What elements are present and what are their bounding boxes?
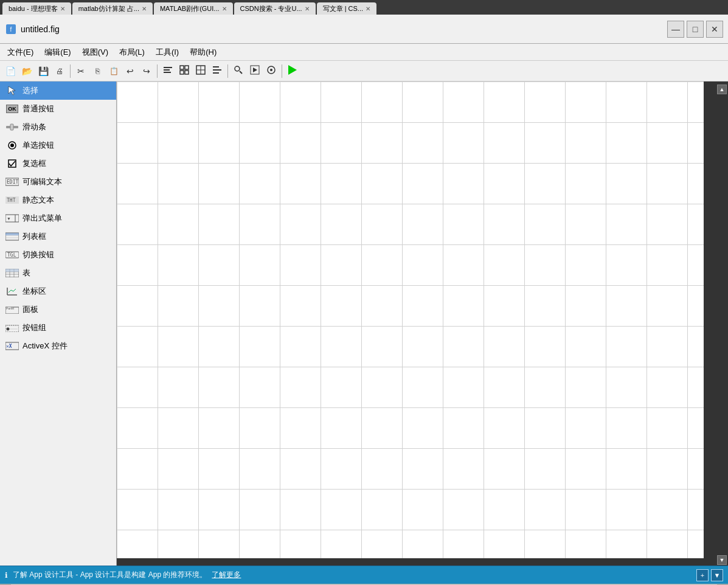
- toolbar-snap-button[interactable]: [193, 63, 209, 79]
- info-expand-button[interactable]: +: [696, 569, 709, 581]
- info-icon: ℹ: [5, 571, 8, 580]
- axes-icon: [5, 286, 19, 297]
- toolbar-redo-button[interactable]: ↪: [139, 63, 154, 79]
- info-bar: ℹ 了解 App 设计工具 - App 设计工具是构建 App 的推荐环境。 了…: [0, 566, 728, 584]
- svg-text:▼: ▼: [7, 216, 11, 221]
- scroll-up-button[interactable]: ▲: [717, 85, 727, 94]
- run-icon: [286, 64, 299, 78]
- comp-label-panel: 面板: [23, 304, 38, 315]
- toolbar-copy-button[interactable]: ⎘: [89, 63, 105, 79]
- redo-icon: ↪: [143, 66, 150, 76]
- toolbar-grid-button[interactable]: [176, 63, 192, 79]
- save-icon: 💾: [38, 66, 49, 76]
- print-icon: 🖨: [56, 67, 63, 75]
- maximize-button[interactable]: □: [687, 21, 704, 38]
- menu-view[interactable]: 视图(V): [77, 46, 113, 59]
- browser-tab-4[interactable]: 写文章 | CS... ✕: [317, 2, 376, 15]
- comp-item-radiobutton[interactable]: 单选按钮: [0, 136, 116, 154]
- comp-item-axes[interactable]: 坐标区: [0, 282, 116, 300]
- cursor-icon: [5, 85, 19, 96]
- comp-label-slider: 滑动条: [23, 122, 46, 133]
- ok-icon: OK: [5, 103, 19, 114]
- comp-label-select: 选择: [23, 85, 38, 96]
- table-icon: [5, 268, 19, 279]
- svg-point-54: [7, 328, 9, 330]
- statictext-icon: THT: [5, 195, 19, 206]
- comp-item-pushbutton[interactable]: OK 普通按钮: [0, 100, 116, 118]
- open-icon: 📂: [22, 66, 32, 76]
- right-scrollbar[interactable]: ▲ ▼: [716, 81, 728, 566]
- comp-item-statictext[interactable]: THT 静态文本: [0, 191, 116, 209]
- comp-item-table[interactable]: 表: [0, 264, 116, 282]
- canvas-scroll-area: ▲ ▼: [117, 81, 728, 566]
- menu-help[interactable]: 帮助(H): [185, 46, 221, 59]
- browser-tab-2[interactable]: MATLAB剧作(GUI... ✕: [154, 2, 233, 15]
- listbox-icon: [5, 231, 19, 242]
- toolbar-simulate2-button[interactable]: [263, 63, 279, 79]
- comp-label-edittext: 可编辑文本: [23, 176, 62, 187]
- toolbar-paste-button[interactable]: 📋: [106, 63, 122, 79]
- menu-tools[interactable]: 工具(I): [151, 46, 184, 59]
- browser-tab-close-3[interactable]: ✕: [305, 5, 310, 12]
- edittext-icon: EDIT: [5, 176, 19, 187]
- toolbar-save-button[interactable]: 💾: [35, 63, 51, 79]
- close-button[interactable]: ✕: [706, 21, 723, 38]
- minimize-button[interactable]: —: [667, 21, 684, 38]
- menu-file[interactable]: 文件(E): [2, 46, 38, 59]
- info-link[interactable]: 了解更多: [212, 570, 241, 580]
- toolbar-open-button[interactable]: 📂: [19, 63, 35, 79]
- info-collapse-button[interactable]: ▼: [711, 569, 723, 581]
- toolbar-sep-3: [227, 64, 228, 78]
- comp-item-select[interactable]: 选择: [0, 81, 116, 100]
- toolbar-run-button[interactable]: [285, 63, 300, 79]
- comp-item-edittext[interactable]: EDIT 可编辑文本: [0, 173, 116, 191]
- browser-tab-close-1[interactable]: ✕: [142, 5, 147, 12]
- togglebutton-icon: TGL: [5, 249, 19, 260]
- browser-tab-close-0[interactable]: ✕: [60, 5, 65, 12]
- toolbar-cut-button[interactable]: ✂: [73, 63, 89, 79]
- snap-icon: [196, 65, 206, 77]
- menu-edit[interactable]: 编辑(E): [40, 46, 75, 59]
- toolbar-simulate1-button[interactable]: [247, 63, 263, 79]
- menu-layout[interactable]: 布局(L): [114, 46, 150, 59]
- align-icon: [163, 65, 173, 77]
- browser-tab-1[interactable]: matlab仿计算架 占... ✕: [72, 2, 153, 15]
- canvas-area[interactable]: [117, 81, 716, 566]
- comp-item-buttongroup[interactable]: 按钮组: [0, 319, 116, 337]
- comp-label-axes: 坐标区: [23, 286, 46, 297]
- svg-text:EDIT: EDIT: [7, 179, 18, 185]
- info-text: 了解 App 设计工具 - App 设计工具是构建 App 的推荐环境。: [13, 570, 207, 580]
- browser-tab-close-4[interactable]: ✕: [366, 5, 370, 12]
- cut-icon: ✂: [77, 66, 85, 76]
- svg-rect-12: [213, 66, 219, 68]
- toolbar-new-button[interactable]: 📄: [2, 63, 18, 79]
- svg-rect-24: [10, 124, 13, 130]
- svg-rect-5: [180, 66, 184, 69]
- toolbar-align-button[interactable]: [160, 63, 176, 79]
- comp-item-activex[interactable]: ✕X ActiveX 控件: [0, 337, 116, 355]
- svg-text:Panel: Panel: [6, 306, 14, 310]
- toolbar: 📄 📂 💾 🖨 ✂ ⎘ 📋 ↩ ↪: [0, 61, 728, 81]
- toolbar-properties-button[interactable]: [209, 63, 225, 79]
- canvas-grid: [117, 81, 716, 566]
- toolbar-inspect-button[interactable]: [231, 63, 246, 79]
- comp-item-popupmenu[interactable]: ▼ 弹出式菜单: [0, 209, 116, 227]
- comp-item-togglebutton[interactable]: TGL 切换按钮: [0, 246, 116, 264]
- browser-tab-close-2[interactable]: ✕: [222, 5, 227, 12]
- checkbox-icon: [5, 158, 19, 169]
- comp-item-checkbox[interactable]: 复选框: [0, 154, 116, 173]
- svg-rect-2: [164, 67, 172, 68]
- comp-item-panel[interactable]: Panel 面板: [0, 300, 116, 319]
- comp-item-slider[interactable]: 滑动条: [0, 118, 116, 136]
- toolbar-print-button[interactable]: 🖨: [52, 63, 68, 79]
- browser-tabs-bar: baidu - 理想理客 ✕ matlab仿计算架 占... ✕ MATLAB剧…: [0, 0, 728, 15]
- svg-text:f: f: [10, 26, 12, 33]
- scroll-down-button[interactable]: ▼: [717, 555, 727, 565]
- browser-tab-0[interactable]: baidu - 理想理客 ✕: [2, 2, 71, 15]
- browser-tab-3[interactable]: CSDN搜索 - 专业U... ✕: [234, 2, 316, 15]
- toolbar-undo-button[interactable]: ↩: [122, 63, 138, 79]
- paste-icon: 📋: [109, 67, 119, 75]
- grid-icon: [179, 65, 189, 77]
- comp-item-listbox[interactable]: 列表框: [0, 227, 116, 246]
- toolbar-sep-2: [157, 64, 158, 78]
